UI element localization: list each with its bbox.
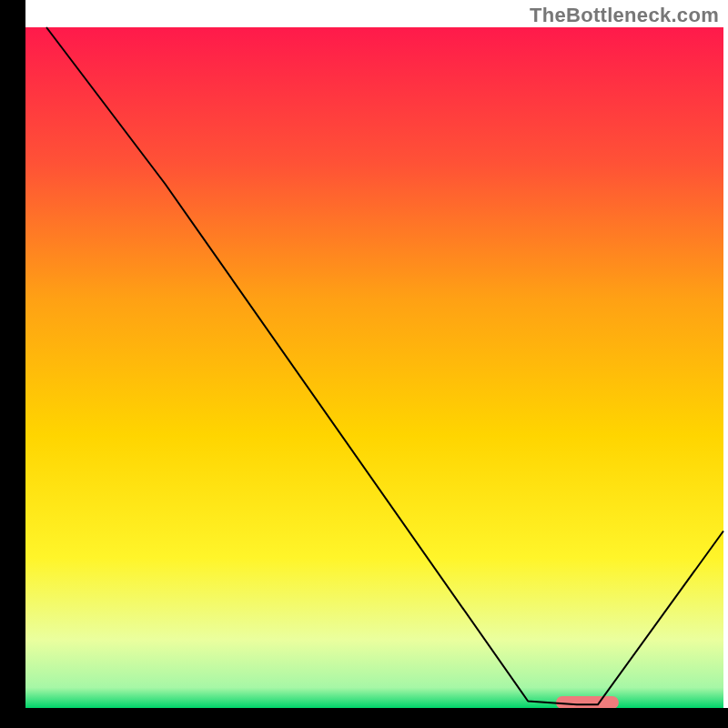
plot-background — [25, 27, 723, 708]
x-axis — [0, 708, 728, 728]
optimal-range-marker — [556, 696, 619, 709]
bottleneck-chart — [0, 0, 728, 728]
y-axis — [0, 0, 25, 728]
watermark-text: TheBottleneck.com — [530, 4, 719, 27]
chart-canvas: TheBottleneck.com — [0, 0, 728, 728]
